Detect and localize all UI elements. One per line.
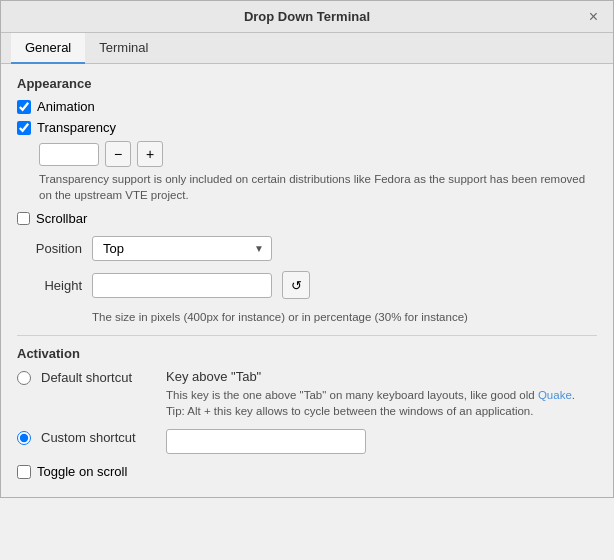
animation-checkbox[interactable] [17,100,31,114]
activation-title: Activation [17,346,597,361]
height-row: Height 400px ↺ [17,271,597,299]
window-title: Drop Down Terminal [244,9,370,24]
position-label: Position [17,241,82,256]
transparency-input[interactable]: 94 [39,143,99,166]
transparency-checkbox-row: Transparency [17,120,597,135]
refresh-button[interactable]: ↺ [282,271,310,299]
default-shortcut-desc: This key is the one above "Tab" on many … [166,387,597,419]
close-button[interactable]: × [584,7,603,27]
height-help-text: The size in pixels (400px for instance) … [92,309,597,325]
transparency-note: Transparency support is only included on… [39,171,597,203]
content-area: Appearance Animation Transparency 94 − +… [1,64,613,497]
height-label: Height [17,278,82,293]
titlebar: Drop Down Terminal × [1,1,613,33]
scrollbar-label: Scrollbar [36,211,87,226]
appearance-title: Appearance [17,76,597,91]
tab-terminal[interactable]: Terminal [85,33,162,64]
transparency-checkbox[interactable] [17,121,31,135]
section-divider [17,335,597,336]
quake-link[interactable]: Quake [538,389,572,401]
position-select[interactable]: Top Bottom Left Right [92,236,272,261]
default-shortcut-radio[interactable] [17,371,31,385]
custom-shortcut-row: Custom shortcut F12 [17,429,597,454]
custom-shortcut-input[interactable]: F12 [166,429,366,454]
scrollbar-row: Scrollbar [17,211,597,226]
default-shortcut-label: Default shortcut [41,369,156,385]
position-row: Position Top Bottom Left Right ▼ [17,236,597,261]
window: Drop Down Terminal × General Terminal Ap… [0,0,614,498]
transparency-label: Transparency [37,120,116,135]
default-shortcut-value: Key above "Tab" [166,369,597,384]
tab-general[interactable]: General [11,33,85,64]
default-shortcut-row: Default shortcut Key above "Tab" This ke… [17,369,597,419]
scrollbar-checkbox[interactable] [17,212,30,225]
animation-row: Animation [17,99,597,114]
height-input[interactable]: 400px [92,273,272,298]
animation-label: Animation [37,99,95,114]
toggle-scroll-row: Toggle on scroll [17,464,597,479]
position-select-wrapper: Top Bottom Left Right ▼ [92,236,272,261]
transparency-minus-button[interactable]: − [105,141,131,167]
transparency-value-row: 94 − + [39,141,597,167]
custom-shortcut-radio[interactable] [17,431,31,445]
transparency-plus-button[interactable]: + [137,141,163,167]
toggle-scroll-checkbox[interactable] [17,465,31,479]
custom-shortcut-label: Custom shortcut [41,429,156,445]
tab-bar: General Terminal [1,33,613,64]
toggle-scroll-label: Toggle on scroll [37,464,127,479]
